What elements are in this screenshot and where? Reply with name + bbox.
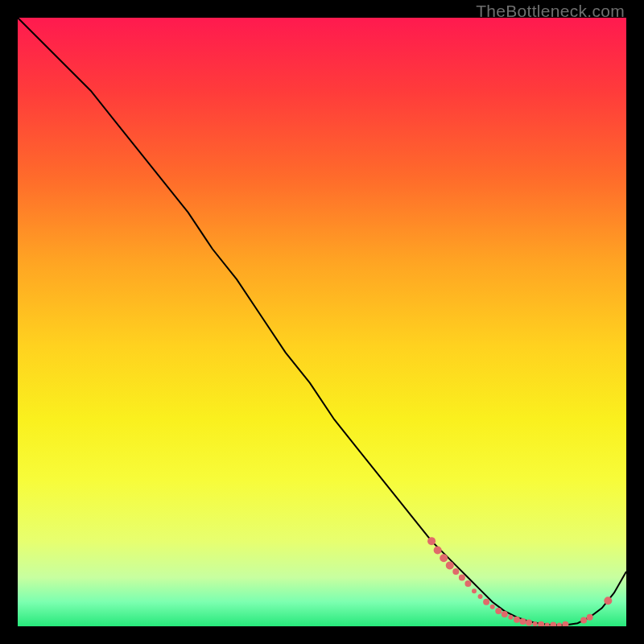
data-marker [519,618,526,625]
data-marker [472,588,477,593]
data-markers [427,537,612,626]
data-marker [550,621,556,626]
data-marker [604,597,612,605]
data-marker [538,621,544,626]
data-marker [533,621,538,626]
data-marker [434,547,442,555]
data-marker [514,617,520,623]
data-marker [478,594,483,599]
chart-stage: TheBottleneck.com [0,0,644,644]
data-marker [545,622,550,626]
data-marker [526,619,532,625]
data-marker [459,575,465,581]
data-marker [452,568,459,575]
data-marker [440,554,448,562]
data-marker [464,580,471,587]
data-marker [557,622,562,626]
data-marker [446,561,454,569]
data-marker [483,599,489,605]
data-marker [580,617,587,623]
data-marker [495,608,502,614]
data-marker [427,537,436,545]
plot-area [18,18,626,626]
data-marker [502,611,508,617]
data-marker [587,614,593,621]
data-marker [562,621,568,626]
curve-layer [18,18,626,626]
data-marker [490,605,495,609]
data-marker [508,615,513,620]
attribution-text: TheBottleneck.com [476,2,625,21]
main-curve [18,18,626,625]
